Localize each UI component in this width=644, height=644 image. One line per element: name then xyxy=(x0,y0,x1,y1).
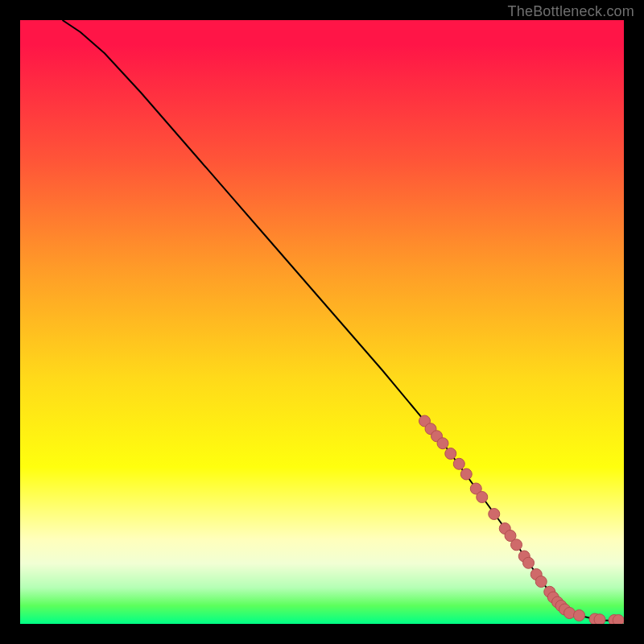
chart-svg-layer xyxy=(20,20,624,624)
plot-area xyxy=(20,20,624,624)
data-dot xyxy=(489,509,500,520)
data-dot xyxy=(437,438,448,449)
data-dot xyxy=(511,539,522,551)
data-dot xyxy=(453,458,464,469)
attribution-label: TheBottleneck.com xyxy=(508,3,634,20)
data-dot xyxy=(594,614,605,624)
data-dot xyxy=(574,610,585,621)
bottleneck-curve xyxy=(63,20,625,621)
data-dot xyxy=(460,469,472,480)
data-dots-group xyxy=(419,415,625,624)
chart-root: TheBottleneck.com xyxy=(0,0,644,644)
data-dot xyxy=(477,492,488,503)
data-dot xyxy=(613,615,624,625)
data-dot xyxy=(535,576,547,588)
data-dot xyxy=(523,557,535,568)
data-dot xyxy=(445,448,456,460)
